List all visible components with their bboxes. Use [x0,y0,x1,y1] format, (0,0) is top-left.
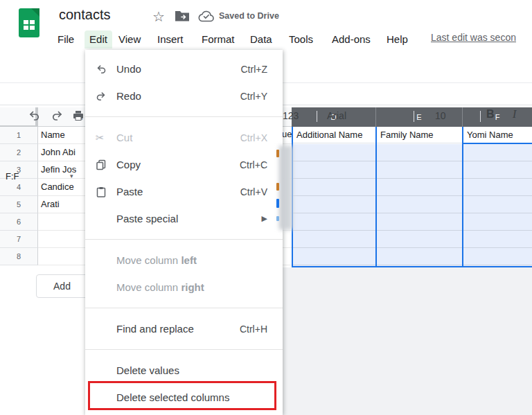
menu-item-undo[interactable]: Undo Ctrl+Z [85,55,283,82]
star-icon[interactable]: ☆ [152,8,165,25]
chevron-down-icon: ▾ [301,114,304,121]
cut-icon: ✂ [96,132,116,144]
menu-data[interactable]: Data [250,30,272,48]
row-header-5[interactable]: 5 [0,196,38,213]
selected-columns-fill[interactable] [293,144,532,266]
menu-item-redo[interactable]: Redo Ctrl+Y [85,82,283,109]
font-family-select[interactable]: Arial▾ [327,110,407,121]
chevron-down-icon[interactable]: ▾ [70,173,73,179]
move-folder-icon[interactable] [175,10,190,22]
bold-button[interactable]: B [486,108,495,121]
menu-view[interactable]: View [118,30,141,48]
menu-item-delete-values[interactable]: Delete values [85,357,283,384]
add-rows-button[interactable]: Add [36,274,88,298]
sheets-logo-icon[interactable] [19,8,39,37]
paste-icon [96,186,116,197]
toolbar-divider [414,111,414,122]
blurred-text-fragment [276,216,279,221]
top-bar: contacts ☆ Saved to Drive File Edit View… [0,0,532,50]
blurred-text-fragment [276,199,279,208]
cell-f1-active[interactable]: Yomi Name [463,127,532,143]
menu-addons[interactable]: Add-ons [332,30,371,48]
row-header-6[interactable]: 6 [0,213,38,231]
edit-menu-panel: Undo Ctrl+Z Redo Ctrl+Y ✂ Cut Ctrl+X Cop… [85,50,283,415]
redo-button[interactable] [48,107,66,125]
menu-item-paste[interactable]: Paste Ctrl+V [85,178,283,205]
blurred-text-fragment [276,150,279,157]
toolbar-divider [317,111,317,122]
menu-help[interactable]: Help [387,30,408,48]
redo-icon [96,91,116,102]
menu-divider [85,116,283,117]
blurred-text-fragment [276,183,279,191]
cloud-saved-icon [198,10,215,22]
menu-item-paste-special[interactable]: Paste special ▶ [85,205,283,232]
row-header-2[interactable]: 2 [0,144,38,161]
menu-item-move-column-right: Move column right [85,274,283,301]
active-cell-border [463,143,532,144]
menu-insert[interactable]: Insert [157,30,184,48]
menu-edit-active[interactable]: Edit [85,30,112,48]
menu-divider [85,239,283,240]
submenu-arrow-icon: ▶ [262,214,267,223]
menu-file[interactable]: File [57,30,74,48]
menu-format[interactable]: Format [202,30,235,48]
menu-item-find-and-replace[interactable]: Find and replace Ctrl+H [85,315,283,342]
document-title[interactable]: contacts [59,7,110,23]
menu-item-copy[interactable]: Copy Ctrl+C [85,151,283,178]
menu-item-cut: ✂ Cut Ctrl+X [85,124,283,151]
selection-border-d-e [375,127,377,267]
font-size-select[interactable]: 10▾ [435,110,471,121]
chevron-down-icon: ▾ [468,110,471,121]
number-format-button[interactable]: 123▾ [283,110,304,121]
sheet-background [283,267,532,415]
add-rows-band: Add [0,267,85,415]
selection-border-e-f [462,127,463,267]
undo-icon [96,64,116,75]
menu-divider [85,349,283,350]
menu-item-move-column-left: Move column left [85,247,283,274]
cell-e1[interactable]: Family Name [377,127,462,143]
cell-c1-partial-text: ue [282,129,292,139]
saved-status: Saved to Drive [219,11,279,21]
chevron-down-icon: ▾ [404,110,407,121]
last-edit-link[interactable]: Last edit was secon [431,32,516,43]
undo-button[interactable] [25,107,43,125]
row-header-7[interactable]: 7 [0,231,38,248]
toolbar-divider [480,111,481,122]
menu-divider [85,308,283,308]
row-header-1[interactable]: 1 [0,127,38,144]
copy-icon [96,159,116,170]
column-header-f[interactable]: F [462,107,532,127]
row-header-8[interactable]: 8 [0,248,38,265]
blurred-region [279,145,293,230]
cell-d1[interactable]: Additional Name [293,127,375,143]
italic-button[interactable]: I [513,108,516,121]
menu-item-delete-selected-columns[interactable]: Delete selected columns [85,384,283,411]
name-box[interactable]: F:F [6,171,19,182]
menu-tools[interactable]: Tools [289,30,313,48]
